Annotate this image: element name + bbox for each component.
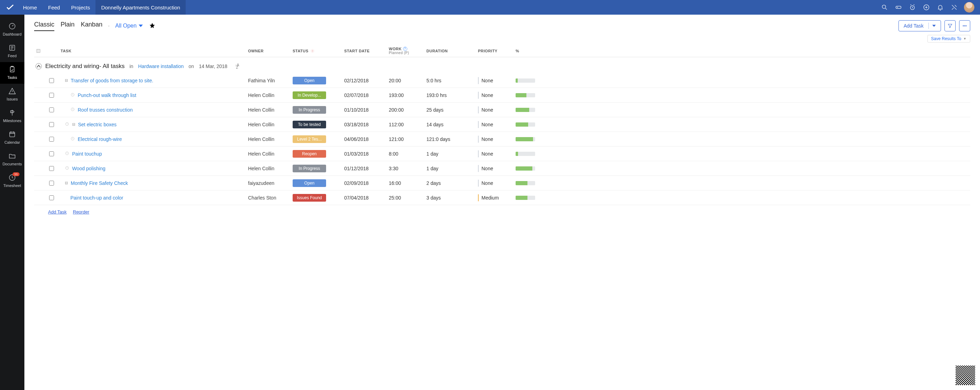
filter-dropdown[interactable]: All Open: [115, 23, 143, 29]
owner-cell[interactable]: faiyazudeen: [248, 181, 290, 186]
rail-item-tasks[interactable]: Tasks: [0, 62, 24, 84]
nav-item-donnelly-apartments-construction[interactable]: Donnelly Apartments Construction: [95, 0, 186, 14]
notifications-button[interactable]: [933, 0, 947, 14]
task-link[interactable]: Roof trusses construction: [78, 107, 133, 113]
duration-cell[interactable]: 1 day: [426, 151, 475, 157]
add-task-button[interactable]: Add Task: [899, 20, 941, 31]
group-parent-link[interactable]: Hardware installation: [138, 64, 184, 69]
duration-cell[interactable]: 1 day: [426, 166, 475, 171]
task-link[interactable]: Punch-out walk through list: [78, 93, 136, 98]
priority-cell[interactable]: None: [478, 77, 513, 84]
priority-cell[interactable]: None: [478, 165, 513, 172]
status-cell[interactable]: In Progress: [293, 106, 341, 114]
col-task[interactable]: TASK: [60, 49, 245, 53]
percent-cell[interactable]: [515, 108, 547, 112]
row-checkbox[interactable]: [49, 166, 54, 171]
start-date-cell[interactable]: 04/06/2018: [344, 136, 386, 142]
start-date-cell[interactable]: 01/12/2018: [344, 166, 386, 171]
rail-item-feed[interactable]: Feed: [0, 40, 24, 62]
priority-cell[interactable]: None: [478, 180, 513, 187]
work-cell[interactable]: 3:30: [389, 166, 424, 171]
work-cell[interactable]: 200:00: [389, 107, 424, 113]
duration-cell[interactable]: 193:0 hrs: [426, 93, 475, 98]
owner-cell[interactable]: Charles Ston: [248, 195, 290, 201]
work-cell[interactable]: 25:00: [389, 195, 424, 201]
priority-cell[interactable]: None: [478, 92, 513, 99]
percent-cell[interactable]: [515, 181, 547, 185]
col-priority[interactable]: PRIORITY: [478, 49, 513, 53]
percent-cell[interactable]: [515, 122, 547, 126]
row-checkbox[interactable]: [49, 181, 54, 185]
row-checkbox[interactable]: [49, 195, 54, 200]
more-options-button[interactable]: [959, 20, 970, 31]
status-cell[interactable]: To be tested: [293, 121, 341, 128]
priority-cell[interactable]: Medium: [478, 194, 513, 201]
status-cell[interactable]: In Develop...: [293, 91, 341, 99]
nav-item-feed[interactable]: Feed: [43, 0, 65, 14]
work-cell[interactable]: 112:00: [389, 122, 424, 127]
rail-item-dashboard[interactable]: Dashboard: [0, 19, 24, 40]
row-checkbox[interactable]: [49, 107, 54, 112]
tree-toggle[interactable]: ⊟: [65, 78, 68, 83]
tools-button[interactable]: [947, 0, 961, 14]
duration-cell[interactable]: 3 days: [426, 195, 475, 201]
duration-cell[interactable]: 121:0 days: [426, 136, 475, 142]
start-date-cell[interactable]: 03/18/2018: [344, 122, 386, 127]
start-date-cell[interactable]: 02/12/2018: [344, 78, 386, 83]
row-checkbox[interactable]: [49, 78, 54, 83]
priority-cell[interactable]: None: [478, 106, 513, 113]
col-owner[interactable]: OWNER: [248, 49, 290, 53]
task-link[interactable]: Electrical rough-wire: [78, 136, 122, 142]
duration-cell[interactable]: 2 days: [426, 181, 475, 186]
work-cell[interactable]: 121:00: [389, 136, 424, 142]
rail-item-timesheet[interactable]: Timesheet11: [0, 170, 24, 192]
duration-cell[interactable]: 14 days: [426, 122, 475, 127]
percent-cell[interactable]: [515, 166, 547, 171]
task-link[interactable]: Monthly Fire Safety Check: [71, 181, 128, 186]
work-cell[interactable]: 16:00: [389, 181, 424, 186]
rail-item-calendar[interactable]: Calendar: [0, 127, 24, 149]
view-tab-kanban[interactable]: Kanban: [81, 21, 102, 30]
task-link[interactable]: Set electric boxes: [78, 122, 117, 127]
app-logo[interactable]: [3, 3, 18, 11]
owner-cell[interactable]: Helen Collin: [248, 107, 290, 113]
status-cell[interactable]: Open: [293, 179, 341, 187]
work-cell[interactable]: 20:00: [389, 78, 424, 83]
row-checkbox[interactable]: [49, 152, 54, 156]
column-settings-button[interactable]: [34, 48, 43, 54]
rail-item-documents[interactable]: Documents: [0, 149, 24, 170]
nav-item-home[interactable]: Home: [18, 0, 43, 14]
status-cell[interactable]: Open: [293, 77, 341, 85]
add-button[interactable]: [920, 0, 933, 14]
footer-add-task-link[interactable]: Add Task: [48, 209, 67, 214]
view-tab-classic[interactable]: Classic: [34, 21, 54, 31]
work-cell[interactable]: 193:00: [389, 93, 424, 98]
start-date-cell[interactable]: 01/10/2018: [344, 107, 386, 113]
timer-button[interactable]: [905, 0, 920, 14]
start-date-cell[interactable]: 02/09/2018: [344, 181, 386, 186]
col-work[interactable]: WORK? Planned (P): [389, 47, 424, 55]
sort-toggle[interactable]: ↓A Z: [235, 64, 239, 69]
view-tab-plain[interactable]: Plain: [60, 21, 75, 30]
work-cell[interactable]: 8:00: [389, 151, 424, 157]
task-link[interactable]: Transfer of goods from storage to site.: [71, 78, 153, 83]
percent-cell[interactable]: [515, 196, 547, 200]
col-duration[interactable]: DURATION: [426, 49, 475, 53]
filter-panel-button[interactable]: [945, 20, 956, 31]
percent-cell[interactable]: [515, 137, 547, 141]
duration-cell[interactable]: 5:0 hrs: [426, 78, 475, 83]
rail-item-issues[interactable]: Issues: [0, 84, 24, 105]
save-results-button[interactable]: Save Results To ▼: [928, 35, 970, 43]
start-date-cell[interactable]: 02/07/2018: [344, 93, 386, 98]
favorite-toggle[interactable]: [149, 22, 155, 30]
rail-item-milestones[interactable]: Milestones: [0, 105, 24, 127]
owner-cell[interactable]: Helen Collin: [248, 151, 290, 157]
percent-cell[interactable]: [515, 152, 547, 156]
percent-cell[interactable]: [515, 78, 547, 83]
footer-reorder-link[interactable]: Reorder: [73, 209, 89, 214]
task-link[interactable]: Wood polishing: [72, 166, 105, 171]
tree-toggle[interactable]: ⊟: [72, 122, 75, 126]
owner-cell[interactable]: Helen Collin: [248, 122, 290, 127]
owner-cell[interactable]: Helen Collin: [248, 93, 290, 98]
duration-cell[interactable]: 25 days: [426, 107, 475, 113]
